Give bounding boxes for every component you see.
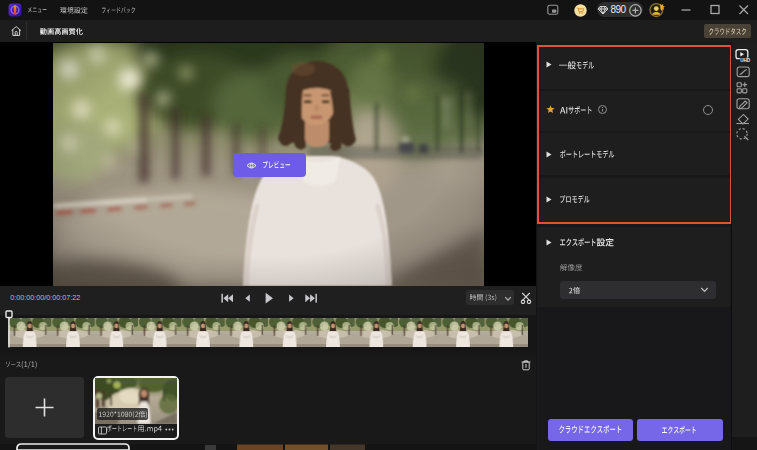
svg-text:UHD: UHD <box>740 58 751 63</box>
